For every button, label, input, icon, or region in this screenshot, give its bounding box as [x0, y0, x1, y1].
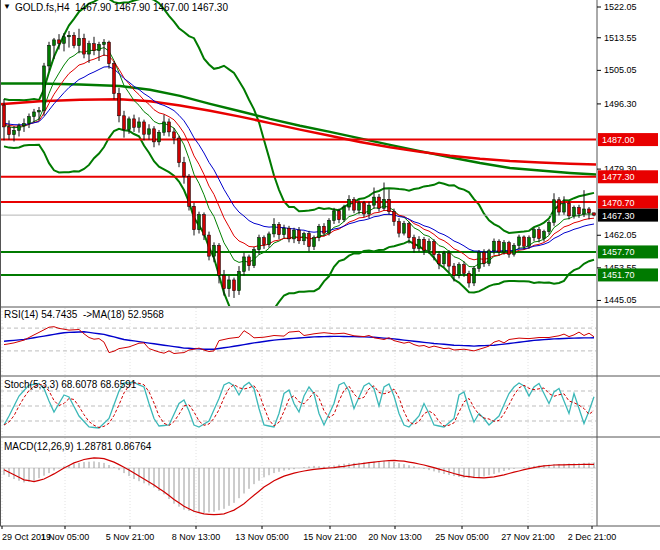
time-tick-label: 15 Nov 21:00 [303, 532, 357, 542]
time-tick-label: 13 Nov 05:00 [235, 532, 289, 542]
time-tick-label: 1 Nov 05:00 [41, 532, 90, 542]
price-tick-label: 1522.05 [604, 2, 637, 12]
price-badge: 1477.30 [598, 170, 658, 183]
chart-window: 1522.051513.551505.051496.301479.301462.… [0, 0, 660, 550]
time-tick-label: 27 Nov 21:00 [501, 532, 555, 542]
price-tick-label: 1462.05 [604, 230, 637, 240]
chart-canvas: 1522.051513.551505.051496.301479.301462.… [0, 0, 660, 550]
price-tick-label: 1505.05 [604, 65, 637, 75]
svg-text:1451.70: 1451.70 [602, 270, 635, 280]
symbol-dropdown-icon[interactable]: ▼ [3, 2, 11, 11]
price-badge: 1487.00 [598, 133, 658, 146]
time-tick-label: 20 Nov 13:00 [368, 532, 422, 542]
svg-text:1457.70: 1457.70 [602, 247, 635, 257]
price-badge: 1470.70 [598, 196, 658, 209]
time-tick-label: 8 Nov 13:00 [172, 532, 221, 542]
price-badge: 1457.70 [598, 245, 658, 258]
time-tick-label: 2 Dec 21:00 [568, 532, 617, 542]
price-badge: 1451.70 [598, 268, 658, 281]
price-tick-label: 1445.05 [604, 295, 637, 305]
time-tick-label: 5 Nov 21:00 [106, 532, 155, 542]
time-tick-label: 25 Nov 05:00 [435, 532, 489, 542]
svg-text:1467.30: 1467.30 [602, 211, 635, 221]
price-tick-label: 1513.55 [604, 33, 637, 43]
svg-text:1470.70: 1470.70 [602, 198, 635, 208]
price-badge: 1467.30 [598, 209, 658, 222]
price-tick-label: 1496.30 [604, 99, 637, 109]
svg-text:1487.00: 1487.00 [602, 135, 635, 145]
svg-text:1477.30: 1477.30 [602, 172, 635, 182]
